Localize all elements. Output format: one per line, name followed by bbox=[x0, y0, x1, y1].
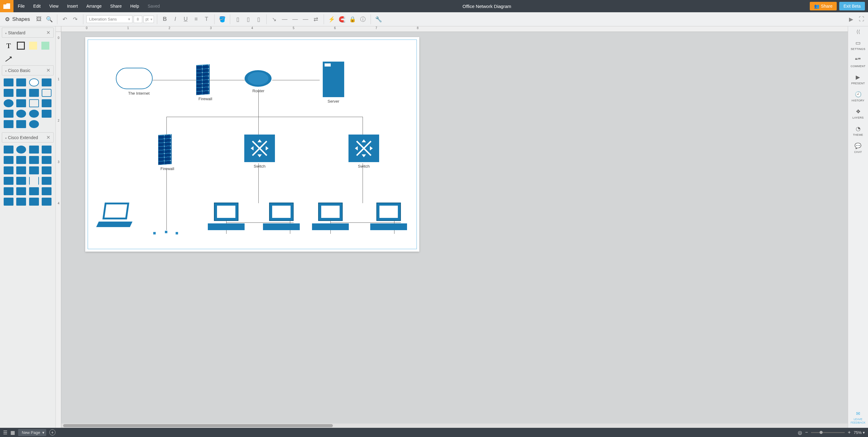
cisco-shape[interactable] bbox=[42, 99, 52, 107]
font-unit-select[interactable]: pt bbox=[144, 15, 154, 23]
line-route-button[interactable]: ⇄ bbox=[311, 15, 320, 24]
text-shape[interactable]: T bbox=[4, 41, 13, 51]
line-shape[interactable] bbox=[4, 53, 13, 63]
grid-view-button[interactable]: ▦ bbox=[10, 430, 15, 435]
rail-comment[interactable]: ❝❞COMMENT bbox=[850, 54, 866, 71]
connector[interactable] bbox=[363, 117, 363, 135]
font-size-input[interactable]: 8 bbox=[134, 15, 142, 23]
zoom-out-button[interactable]: − bbox=[805, 430, 808, 435]
node-router[interactable]: Router bbox=[245, 70, 272, 93]
block-shape[interactable] bbox=[40, 41, 50, 51]
cisco-shape[interactable] bbox=[4, 198, 13, 206]
node-firewall-1[interactable]: Firewall bbox=[196, 65, 215, 101]
connector[interactable] bbox=[363, 163, 363, 203]
cisco-shape[interactable] bbox=[29, 177, 39, 185]
flash-button[interactable]: ⚡ bbox=[327, 15, 336, 24]
rail-settings[interactable]: ▭SETTINGS bbox=[851, 36, 865, 54]
cisco-shape[interactable] bbox=[16, 146, 26, 154]
close-icon[interactable]: ✕ bbox=[46, 67, 50, 73]
cisco-shape[interactable] bbox=[16, 166, 26, 175]
cisco-shape[interactable] bbox=[29, 187, 39, 195]
cisco-shape[interactable] bbox=[16, 177, 26, 185]
text-style-button[interactable]: T bbox=[202, 15, 211, 24]
cisco-shape[interactable] bbox=[4, 99, 13, 107]
canvas[interactable]: 0 1 2 3 4 5 6 7 8 0 1 2 3 4 bbox=[56, 26, 848, 428]
align-right-button[interactable]: ▯ bbox=[254, 15, 263, 24]
cisco-shape[interactable] bbox=[29, 156, 39, 164]
node-pc[interactable] bbox=[208, 202, 248, 230]
cisco-shape[interactable] bbox=[4, 79, 13, 86]
node-switch-1[interactable]: Switch bbox=[243, 134, 276, 168]
cisco-shape[interactable] bbox=[29, 120, 39, 128]
document-title[interactable]: Office Network Diagram bbox=[164, 4, 809, 9]
node-pc[interactable] bbox=[312, 202, 352, 230]
fullscreen-button[interactable]: ⛶ bbox=[857, 15, 866, 24]
connector[interactable] bbox=[272, 80, 320, 80]
cisco-shape[interactable] bbox=[16, 156, 26, 164]
rail-layers[interactable]: ❖LAYERS bbox=[852, 105, 864, 122]
close-icon[interactable]: ✕ bbox=[46, 30, 50, 36]
magnet-button[interactable]: 🧲 bbox=[337, 15, 347, 24]
node-firewall-2[interactable]: Firewall bbox=[158, 134, 177, 171]
menu-insert[interactable]: Insert bbox=[63, 0, 82, 12]
rect-shape[interactable] bbox=[16, 41, 26, 51]
menu-file[interactable]: File bbox=[13, 0, 29, 12]
align-button[interactable]: ≡ bbox=[192, 15, 201, 24]
cisco-shape[interactable] bbox=[42, 146, 52, 154]
selection-handle[interactable] bbox=[176, 232, 178, 235]
exit-beta-button[interactable]: Exit Beta bbox=[839, 2, 865, 10]
node-internet[interactable]: The Internet bbox=[116, 68, 162, 96]
cisco-shape[interactable] bbox=[42, 120, 52, 128]
horizontal-scrollbar[interactable] bbox=[61, 424, 848, 428]
cisco-shape[interactable] bbox=[4, 156, 13, 164]
underline-button[interactable]: U bbox=[181, 15, 190, 24]
shapes-panel-toggle[interactable]: ⚙Shapes bbox=[2, 16, 33, 23]
leave-feedback-button[interactable]: ✉LEAVEFEEDBACK bbox=[850, 409, 866, 428]
menu-help[interactable]: Help bbox=[126, 0, 144, 12]
add-page-button[interactable]: + bbox=[49, 429, 56, 435]
cisco-shape[interactable] bbox=[4, 89, 13, 97]
search-button[interactable]: 🔍 bbox=[45, 15, 54, 24]
cisco-shape[interactable] bbox=[16, 99, 26, 107]
font-family-select[interactable]: Liberation Sans bbox=[87, 15, 132, 23]
cisco-shape[interactable] bbox=[42, 187, 52, 195]
cisco-shape[interactable] bbox=[16, 120, 26, 128]
cisco-shape[interactable] bbox=[29, 146, 39, 154]
bold-button[interactable]: B bbox=[160, 15, 169, 24]
cisco-shape[interactable] bbox=[29, 166, 39, 175]
cisco-shape[interactable] bbox=[4, 110, 13, 118]
arrow-end-button[interactable]: — bbox=[301, 15, 310, 24]
menu-view[interactable]: View bbox=[45, 0, 63, 12]
rail-history[interactable]: 🕘HISTORY bbox=[852, 88, 865, 105]
cisco-shape[interactable] bbox=[16, 198, 26, 206]
cisco-shape[interactable] bbox=[4, 166, 13, 175]
rail-theme[interactable]: ◔THEME bbox=[853, 122, 863, 139]
align-center-button[interactable]: ▯ bbox=[244, 15, 253, 24]
connector[interactable] bbox=[166, 169, 167, 230]
cisco-shape[interactable] bbox=[42, 156, 52, 164]
collapse-rail-button[interactable]: ⟨⟨ bbox=[856, 29, 860, 35]
cisco-shape[interactable] bbox=[42, 198, 52, 206]
close-icon[interactable]: ✕ bbox=[46, 134, 50, 141]
zoom-in-button[interactable]: + bbox=[848, 430, 850, 435]
connector[interactable] bbox=[209, 80, 246, 80]
connector[interactable] bbox=[258, 117, 259, 135]
fill-color-button[interactable]: 🪣 bbox=[218, 15, 227, 24]
zoom-level[interactable]: 75% ▾ bbox=[854, 430, 865, 435]
zoom-target-icon[interactable]: ◎ bbox=[798, 430, 802, 435]
cisco-shape[interactable] bbox=[4, 187, 13, 195]
info-button[interactable]: ⓘ bbox=[358, 15, 368, 24]
cisco-shape[interactable] bbox=[4, 177, 13, 185]
redo-button[interactable]: ↷ bbox=[71, 15, 80, 24]
align-left-button[interactable]: ▯ bbox=[233, 15, 242, 24]
image-button[interactable]: 🖼 bbox=[34, 15, 43, 24]
connector[interactable] bbox=[258, 89, 259, 117]
menu-edit[interactable]: Edit bbox=[29, 0, 45, 12]
cisco-shape[interactable] bbox=[29, 99, 39, 107]
cisco-shape[interactable] bbox=[16, 110, 26, 118]
lock-button[interactable]: 🔒 bbox=[348, 15, 357, 24]
shape-category-cisco-basic[interactable]: ▾Cisco Basic✕ bbox=[2, 65, 54, 75]
cisco-shape[interactable] bbox=[42, 110, 52, 118]
zoom-slider[interactable] bbox=[811, 432, 845, 433]
shape-category-standard[interactable]: ▾Standard✕ bbox=[2, 28, 54, 38]
